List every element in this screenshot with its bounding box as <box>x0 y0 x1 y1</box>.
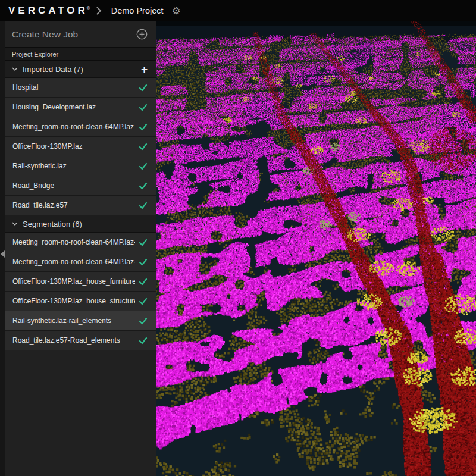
status-check-icon <box>139 84 148 92</box>
dataset-row[interactable]: Hospital <box>5 78 156 98</box>
chevron-down-icon[interactable] <box>12 67 18 71</box>
status-check-icon <box>139 317 148 325</box>
dataset-row[interactable]: Road_Bridge <box>5 176 156 196</box>
chevron-down-icon[interactable] <box>12 222 18 226</box>
status-check-icon <box>139 239 148 246</box>
dataset-label: OfficeFloor-130MP.laz_house_structures <box>12 297 135 305</box>
point-cloud-canvas[interactable] <box>156 21 476 476</box>
panel-collapse-strip <box>0 21 5 476</box>
dataset-label: Rail-synthetic.laz-rail_elements <box>12 317 135 325</box>
dataset-label: Road_Bridge <box>12 181 135 190</box>
dataset-label: OfficeFloor-130MP.laz <box>12 142 135 151</box>
status-check-icon <box>139 258 148 266</box>
status-check-icon <box>139 143 148 151</box>
logo-text: VERCATOR <box>8 5 88 17</box>
project-title: Demo Project <box>111 6 164 15</box>
dataset-label: Hospital <box>12 83 135 92</box>
dataset-row[interactable]: Meeting_room-no-roof-clean-64MP.laz-ho..… <box>5 233 156 252</box>
add-data-button[interactable]: + <box>141 64 148 75</box>
top-bar: VERCATOR® Demo Project ⚙ <box>0 0 476 21</box>
project-explorer-label: Project Explorer <box>12 51 58 58</box>
dataset-label: Meeting_room-no-roof-clean-64MP.laz-ho..… <box>12 238 135 246</box>
dataset-row[interactable]: Road_tile.laz.e57 <box>5 196 156 215</box>
dataset-label: Rail-synthetic.laz <box>12 162 135 170</box>
create-job-plus-icon[interactable] <box>136 29 148 40</box>
dataset-label: OfficeFloor-130MP.laz_house_furniture <box>12 277 135 286</box>
status-check-icon <box>139 123 148 131</box>
app: { "header": { "logo": "VERCATOR", "logo_… <box>0 0 476 476</box>
explorer-tree: Imported Data (7)+HospitalHousing_Develo… <box>5 61 156 350</box>
project-explorer-panel: Create New Job Project Explorer Imported… <box>5 21 156 476</box>
collapse-panel-arrow-icon[interactable] <box>1 250 5 258</box>
status-check-icon <box>139 202 148 209</box>
project-settings-gear-icon[interactable]: ⚙ <box>172 6 181 16</box>
dataset-row[interactable]: OfficeFloor-130MP.laz_house_structures <box>5 292 156 311</box>
section-header-segmentation[interactable]: Segmentation (6) <box>5 215 156 233</box>
section-label: Imported Data (7) <box>23 65 141 74</box>
create-new-job-label: Create New Job <box>12 29 136 40</box>
status-check-icon <box>139 162 148 170</box>
dataset-row[interactable]: Meeting_room-no-roof-clean-64MP.laz <box>5 117 156 137</box>
status-check-icon <box>139 337 148 345</box>
dataset-label: Meeting_room-no-roof-clean-64MP.laz <box>12 123 135 131</box>
dataset-label: Road_tile.laz.e57-Road_elements <box>12 336 135 345</box>
dataset-row[interactable]: Housing_Development.laz <box>5 98 156 117</box>
status-check-icon <box>139 298 148 305</box>
vercator-logo: VERCATOR® <box>8 5 90 17</box>
dataset-label: Road_tile.laz.e57 <box>12 201 135 209</box>
dataset-row[interactable]: Meeting_room-no-roof-clean-64MP.laz-ho..… <box>5 252 156 272</box>
dataset-label: Housing_Development.laz <box>12 103 135 111</box>
status-check-icon <box>139 182 148 190</box>
dataset-label: Meeting_room-no-roof-clean-64MP.laz-ho..… <box>12 258 135 266</box>
section-label: Segmentation (6) <box>23 220 148 228</box>
breadcrumb-chevron-icon <box>96 7 102 15</box>
section-header-imported-data[interactable]: Imported Data (7)+ <box>5 61 156 78</box>
dataset-row[interactable]: OfficeFloor-130MP.laz_house_furniture <box>5 272 156 292</box>
dataset-row[interactable]: OfficeFloor-130MP.laz <box>5 137 156 156</box>
create-new-job-button[interactable]: Create New Job <box>5 21 156 48</box>
dataset-row[interactable]: Rail-synthetic.laz <box>5 156 156 176</box>
dataset-row[interactable]: Rail-synthetic.laz-rail_elements <box>5 311 156 331</box>
project-explorer-header: Project Explorer <box>5 48 156 61</box>
status-check-icon <box>139 278 148 286</box>
logo-registered-mark: ® <box>87 5 90 11</box>
dataset-row[interactable]: Road_tile.laz.e57-Road_elements <box>5 331 156 350</box>
point-cloud-viewport[interactable] <box>156 21 476 476</box>
status-check-icon <box>139 104 148 111</box>
